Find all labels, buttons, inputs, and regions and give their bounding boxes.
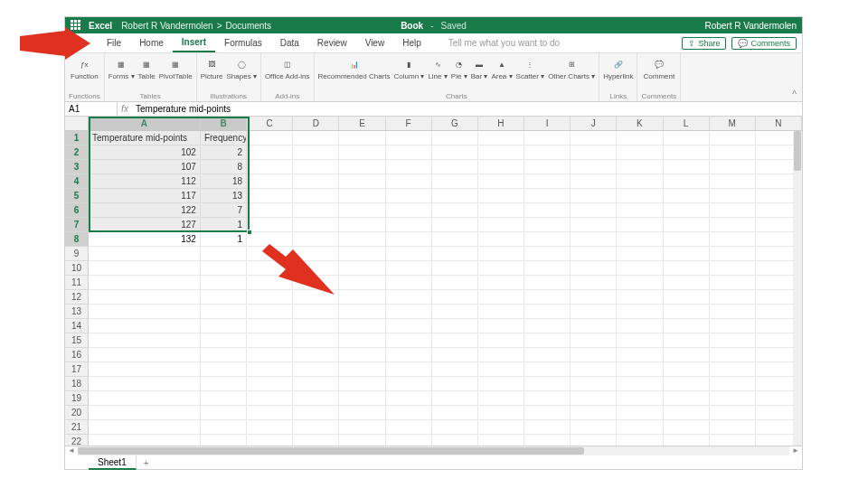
cell-H15[interactable] <box>478 333 524 348</box>
cell-G3[interactable] <box>432 160 478 174</box>
cell-L17[interactable] <box>664 362 710 377</box>
cell-H4[interactable] <box>478 174 524 189</box>
cells-area[interactable]: Temperature mid-pointsFrequency102210781… <box>89 131 802 446</box>
cell-E15[interactable] <box>339 333 385 348</box>
cell-J12[interactable] <box>571 290 617 305</box>
cell-M8[interactable] <box>710 232 756 247</box>
cell-H19[interactable] <box>478 391 524 406</box>
cell-L18[interactable] <box>664 377 710 391</box>
cell-K21[interactable] <box>617 420 663 435</box>
cell-H1[interactable] <box>478 131 524 145</box>
cell-G2[interactable] <box>432 145 478 160</box>
cell-E6[interactable] <box>339 203 385 218</box>
cell-B8[interactable]: 1 <box>201 232 247 247</box>
cell-F1[interactable] <box>386 131 432 145</box>
cell-I11[interactable] <box>524 276 571 290</box>
cell-H8[interactable] <box>478 232 524 247</box>
hscroll-left-icon[interactable]: ◄ <box>65 446 78 455</box>
name-box[interactable]: A1 <box>65 102 118 116</box>
row-header-10[interactable]: 10 <box>65 261 89 276</box>
cell-J7[interactable] <box>571 218 617 232</box>
menu-formulas[interactable]: Formulas <box>215 33 271 52</box>
cell-D8[interactable] <box>293 232 339 247</box>
cell-K9[interactable] <box>617 247 663 261</box>
cell-A12[interactable] <box>89 290 201 305</box>
cell-L21[interactable] <box>664 420 710 435</box>
cell-K5[interactable] <box>617 189 663 203</box>
cell-C13[interactable] <box>247 305 293 319</box>
cell-B4[interactable]: 18 <box>201 174 247 189</box>
cell-J4[interactable] <box>571 174 617 189</box>
cell-L22[interactable] <box>664 435 710 446</box>
cell-C9[interactable] <box>247 247 293 261</box>
cell-C16[interactable] <box>247 348 293 362</box>
cell-I7[interactable] <box>524 218 571 232</box>
cell-E4[interactable] <box>339 174 385 189</box>
cell-K17[interactable] <box>617 362 663 377</box>
hscroll-right-icon[interactable]: ► <box>789 446 802 455</box>
ribbon-area-button[interactable]: ▲Area ▾ <box>491 56 512 80</box>
row-header-3[interactable]: 3 <box>65 160 89 174</box>
cell-C14[interactable] <box>247 319 293 333</box>
cell-L13[interactable] <box>664 305 710 319</box>
menu-home[interactable]: Home <box>130 33 173 52</box>
cell-M1[interactable] <box>710 131 756 145</box>
ribbon-collapse-icon[interactable]: ^ <box>787 88 802 101</box>
cell-G18[interactable] <box>432 377 478 391</box>
ribbon-recchart-button[interactable]: 📊Recommended Charts <box>318 56 391 80</box>
cell-J16[interactable] <box>571 348 617 362</box>
col-header-M[interactable]: M <box>710 117 756 131</box>
cell-G9[interactable] <box>432 247 478 261</box>
cell-A10[interactable] <box>89 261 201 276</box>
cell-A1[interactable]: Temperature mid-points <box>89 131 201 145</box>
cell-M20[interactable] <box>710 406 756 420</box>
row-header-16[interactable]: 16 <box>65 348 89 362</box>
cell-L20[interactable] <box>664 406 710 420</box>
ribbon-comment-button[interactable]: 💬Comment <box>643 56 675 80</box>
cell-C20[interactable] <box>247 406 293 420</box>
row-header-15[interactable]: 15 <box>65 333 89 348</box>
cell-M15[interactable] <box>710 333 756 348</box>
cell-C15[interactable] <box>247 333 293 348</box>
ribbon-table-button[interactable]: ▦Table <box>138 56 156 80</box>
col-header-L[interactable]: L <box>664 117 710 131</box>
cell-A4[interactable]: 112 <box>89 174 201 189</box>
cell-J18[interactable] <box>571 377 617 391</box>
cell-D11[interactable] <box>293 276 339 290</box>
ribbon-column-button[interactable]: ▮Column ▾ <box>394 56 425 80</box>
formula-value[interactable]: Temperature mid-points <box>132 104 802 114</box>
cell-E17[interactable] <box>339 362 385 377</box>
cell-M22[interactable] <box>710 435 756 446</box>
cell-I20[interactable] <box>524 406 571 420</box>
cell-I9[interactable] <box>524 247 571 261</box>
cell-M11[interactable] <box>710 276 756 290</box>
cell-D16[interactable] <box>293 348 339 362</box>
breadcrumb-location[interactable]: Documents <box>226 21 272 31</box>
cell-I6[interactable] <box>524 203 571 218</box>
cell-J14[interactable] <box>571 319 617 333</box>
cell-B22[interactable] <box>201 435 247 446</box>
cell-E20[interactable] <box>339 406 385 420</box>
cell-D5[interactable] <box>293 189 339 203</box>
cell-A7[interactable]: 127 <box>89 218 201 232</box>
cell-C1[interactable] <box>247 131 293 145</box>
cell-B16[interactable] <box>201 348 247 362</box>
col-header-A[interactable]: A <box>89 117 201 131</box>
cell-B11[interactable] <box>201 276 247 290</box>
cell-B14[interactable] <box>201 319 247 333</box>
cell-H10[interactable] <box>478 261 524 276</box>
cell-B17[interactable] <box>201 362 247 377</box>
cell-C5[interactable] <box>247 189 293 203</box>
menu-view[interactable]: View <box>356 33 394 52</box>
vertical-scrollbar[interactable] <box>793 131 802 446</box>
cell-F7[interactable] <box>386 218 432 232</box>
cell-M12[interactable] <box>710 290 756 305</box>
cell-A21[interactable] <box>89 420 201 435</box>
cell-B9[interactable] <box>201 247 247 261</box>
cell-G22[interactable] <box>432 435 478 446</box>
cell-B15[interactable] <box>201 333 247 348</box>
cell-H12[interactable] <box>478 290 524 305</box>
cell-J15[interactable] <box>571 333 617 348</box>
cell-F4[interactable] <box>386 174 432 189</box>
cell-F2[interactable] <box>386 145 432 160</box>
